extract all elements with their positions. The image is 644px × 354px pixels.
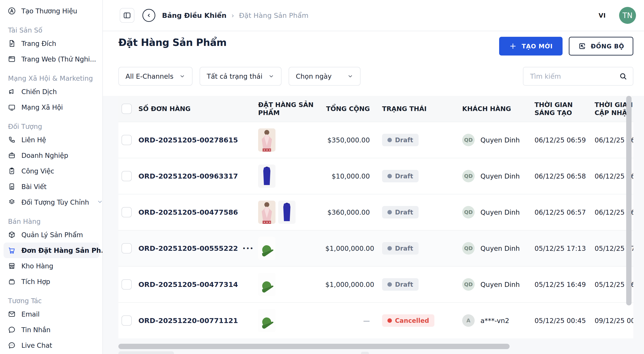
sidebar-toggle-button[interactable] (120, 8, 134, 23)
orders-table: SỐ ĐƠN HÀNG ĐẶT HÀNG SẢN PHẨM TỔNG CỘNG … (118, 96, 633, 338)
order-id[interactable]: ORD-20251205-00278615 (138, 136, 238, 144)
sidebar-item-live-chat[interactable]: Live Chat (4, 337, 99, 353)
sidebar-item-messages[interactable]: Tin Nhắn (4, 322, 99, 337)
vertical-scrollbar[interactable] (626, 96, 632, 305)
product-image-floral-top (258, 201, 276, 224)
cart-icon (8, 246, 16, 255)
sidebar-item-tasks[interactable]: Công Việc (4, 163, 99, 179)
breadcrumb-dashboard[interactable]: Bảng Điều Khiển (162, 11, 226, 19)
status-dot-icon (388, 138, 392, 142)
filter-row: All E-Channels Tất cả trạng thái Chọn ng… (118, 67, 360, 86)
customer-avatar: QD (462, 242, 475, 255)
sidebar-item-label: Đơn Đặt Hàng Sản Ph... (21, 247, 103, 254)
sidebar-item-custom-objects[interactable]: Đối Tượng Tùy Chỉnh (4, 194, 99, 210)
sidebar-item-posts[interactable]: Bài Viết (4, 179, 99, 194)
header-product[interactable]: ĐẶT HÀNG SẢN PHẨM (256, 101, 325, 117)
order-id[interactable]: ORD-20251220-00771121 (138, 316, 238, 324)
channel-filter-dropdown[interactable]: All E-Channels (118, 67, 192, 86)
product-thumbnails (256, 201, 325, 224)
chevron-down-icon (179, 73, 185, 79)
header-customer[interactable]: KHÁCH HÀNG (439, 105, 534, 113)
customer-avatar: QD (462, 206, 475, 219)
user-avatar[interactable]: TN (619, 7, 636, 24)
create-new-button[interactable]: TẠO MỚI (499, 37, 562, 56)
row-checkbox[interactable] (122, 243, 132, 253)
date-filter-dropdown[interactable]: Chọn ngày (288, 67, 360, 86)
storefront-icon (8, 262, 16, 270)
chevron-down-icon[interactable] (96, 198, 103, 206)
sidebar-item-campaigns[interactable]: Chiến Dịch (4, 84, 99, 99)
main-area: Bảng Điều Khiển › Đặt Hàng Sản Phẩm VI T… (103, 0, 644, 354)
table-row[interactable]: ORD-20251205-00477586 $360,000.00 Draft … (118, 194, 633, 230)
customer-name: Quyen Dinh (480, 136, 520, 144)
header-created[interactable]: THỜI GIAN SÁNG TẠO (534, 101, 594, 117)
order-total: $10,000.00 (325, 172, 372, 180)
sidebar-item-label: Trang Đích (21, 40, 56, 48)
envelope-icon (8, 310, 16, 318)
row-checkbox[interactable] (122, 171, 132, 181)
sidebar-item-product-management[interactable]: Quản Lý Sản Phẩm (4, 227, 99, 243)
header-total[interactable]: TỔNG CỘNG (325, 105, 372, 113)
sidebar-item-warehouse[interactable]: Kho Hàng (4, 258, 99, 274)
horizontal-scrollbar[interactable] (118, 344, 510, 349)
sidebar-item-landing-pages[interactable]: Trang Đích (4, 36, 99, 51)
pagination-partial[interactable] (118, 351, 174, 354)
status-dot-icon (388, 246, 392, 251)
status-dot-icon (388, 282, 392, 287)
status-filter-dropdown[interactable]: Tất cả trạng thái (200, 67, 282, 86)
search-input[interactable] (530, 72, 619, 80)
product-image-green-cap (258, 309, 276, 332)
status-filter-label: Tất cả trạng thái (207, 72, 262, 80)
row-checkbox[interactable] (122, 315, 132, 326)
sidebar-item-label: Email (21, 310, 40, 318)
table-row[interactable]: ORD-20251205-00963317 $10,000.00 Draft Q… (118, 158, 633, 194)
document-icon (8, 39, 16, 48)
sidebar-item-website[interactable]: Trang Web (Thử Nghi... (4, 51, 99, 67)
header-status[interactable]: TRẠNG THÁI (372, 105, 439, 113)
package-icon (8, 231, 16, 239)
sidebar-item-label: Đối Tượng Tùy Chỉnh (21, 198, 89, 206)
layers-icon (8, 198, 16, 207)
table-row[interactable]: ORD-20251205-00278615 $350,000.00 Draft … (118, 122, 633, 158)
sidebar-section-digital-assets: Tài Sản Số (0, 19, 102, 36)
sidebar-item-label: Tích Hợp (21, 278, 50, 286)
sidebar-item-label: Doanh Nghiệp (21, 151, 68, 159)
customer-avatar: QD (462, 278, 475, 291)
table-row[interactable]: ORD-20251205-00477314 $1,000,000.00 Draf… (118, 266, 633, 302)
created-time: 06/12/25 06:59 (534, 136, 594, 144)
product-thumbnails (256, 164, 325, 188)
back-button[interactable] (142, 9, 155, 22)
order-id[interactable]: ORD-20251205-00555222 (138, 244, 238, 252)
order-total: — (325, 317, 372, 324)
row-checkbox[interactable] (122, 279, 132, 290)
status-label: Draft (395, 281, 413, 288)
row-checkbox[interactable] (122, 135, 132, 145)
table-row[interactable]: ORD-20251220-00771121 — Cancelled Aa***-… (118, 302, 633, 338)
sync-button[interactable]: ĐỒNG BỘ (569, 37, 633, 56)
app-root: Tạo Thương Hiệu Tài Sản Số Trang Đích Tr… (0, 0, 644, 354)
search-icon[interactable] (619, 72, 628, 81)
row-checkbox[interactable] (122, 207, 132, 217)
table-row[interactable]: ORD-20251205-00555222 ••• $1,000,000.00 … (118, 230, 633, 266)
customer-name: a***-vn2 (480, 317, 509, 324)
header-order-no[interactable]: SỐ ĐƠN HÀNG (138, 105, 256, 113)
sidebar-item-integrations[interactable]: Tích Hợp (4, 274, 99, 289)
product-thumbnails (256, 309, 325, 332)
sidebar-item-create-brand[interactable]: Tạo Thương Hiệu (4, 3, 99, 19)
sidebar-item-contacts[interactable]: Liên Hệ (4, 132, 99, 147)
select-all-checkbox[interactable] (122, 104, 132, 114)
sidebar-section-engagement: Tương Tác (0, 289, 102, 306)
order-id[interactable]: ORD-20251205-00477586 (138, 208, 238, 216)
pagination-partial (361, 352, 369, 354)
brand-circle-a-icon (8, 7, 16, 15)
sidebar-item-social-media[interactable]: Mạng Xã Hội (4, 99, 99, 115)
order-id[interactable]: ORD-20251205-00963317 (138, 172, 238, 180)
order-id[interactable]: ORD-20251205-00477314 (138, 280, 238, 288)
sidebar-item-product-orders[interactable]: Đơn Đặt Hàng Sản Ph... (4, 243, 99, 258)
language-selector[interactable]: VI (598, 12, 606, 19)
breadcrumb-current: Đặt Hàng Sản Phẩm (239, 11, 308, 19)
sidebar-item-companies[interactable]: Doanh Nghiệp (4, 147, 99, 163)
sidebar-item-email[interactable]: Email (4, 306, 99, 322)
row-menu-icon[interactable]: ••• (242, 246, 254, 251)
status-label: Draft (395, 245, 413, 252)
